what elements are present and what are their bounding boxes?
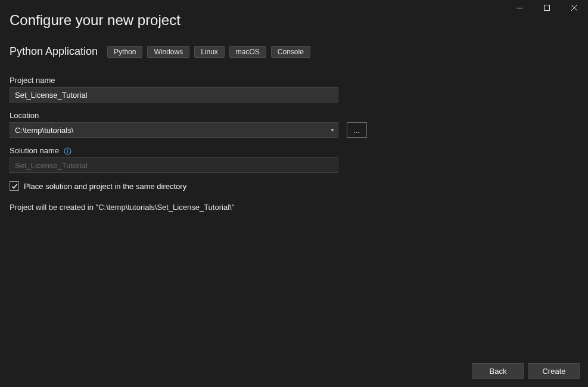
template-tags: Python Windows Linux macOS Console (107, 46, 310, 58)
footer-buttons: Back Create (472, 363, 580, 379)
template-tag: Linux (194, 46, 225, 58)
template-tag: Windows (147, 46, 189, 58)
info-icon[interactable] (64, 147, 71, 155)
maximize-button[interactable] (533, 0, 561, 16)
create-button[interactable]: Create (528, 363, 580, 379)
svg-rect-1 (545, 5, 550, 11)
template-header: Python Application Python Windows Linux … (10, 45, 578, 58)
template-tag: Console (271, 46, 310, 58)
project-path-summary: Project will be created in "C:\temp\tuto… (10, 203, 578, 212)
minimize-icon (517, 8, 522, 8)
same-directory-checkbox[interactable] (10, 181, 19, 191)
template-tag: macOS (229, 46, 266, 58)
browse-button[interactable]: ... (347, 122, 367, 138)
solution-name-label-text: Solution name (10, 146, 59, 155)
close-icon (571, 5, 577, 11)
project-name-label: Project name (10, 76, 578, 85)
solution-name-label: Solution name (10, 146, 578, 155)
location-label: Location (10, 111, 578, 120)
maximize-icon (544, 5, 550, 11)
same-directory-label: Place solution and project in the same d… (24, 182, 186, 191)
svg-rect-0 (517, 8, 522, 8)
checkmark-icon (11, 183, 18, 190)
close-button[interactable] (561, 0, 588, 16)
window-controls (506, 0, 588, 18)
project-name-input[interactable] (10, 87, 338, 103)
solution-name-input (10, 157, 338, 173)
svg-point-5 (67, 149, 68, 150)
minimize-button[interactable] (506, 0, 533, 16)
template-tag: Python (107, 46, 142, 58)
location-input[interactable] (10, 122, 338, 138)
template-name: Python Application (10, 45, 98, 58)
svg-rect-6 (67, 151, 68, 153)
back-button[interactable]: Back (472, 363, 524, 379)
page-title: Configure your new project (10, 12, 578, 29)
